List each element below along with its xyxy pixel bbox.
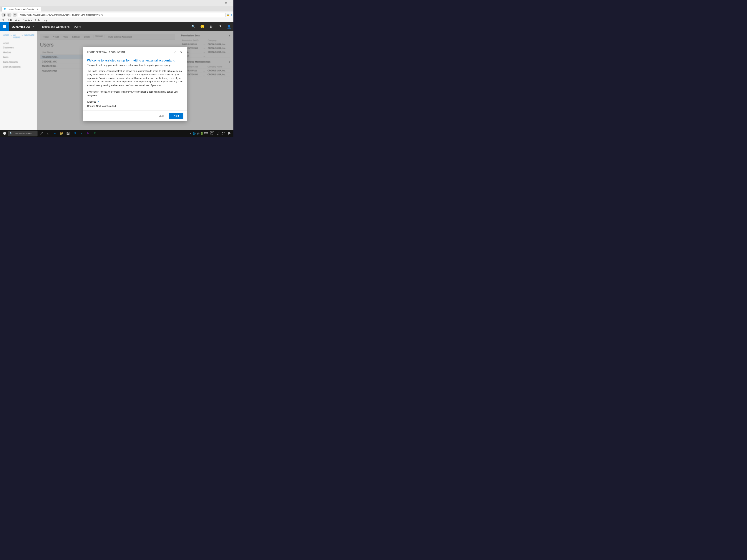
modal: INVITE EXTERNAL ACCOUNTANT ⤢ ✕ Welcome t… <box>83 47 187 121</box>
menu-bar: File Edit View Favorites Tools Help <box>0 18 233 22</box>
forward-button[interactable]: ▶ <box>7 12 11 17</box>
modal-header-buttons: ⤢ ✕ <box>173 50 183 54</box>
refresh-button[interactable]: ↻ <box>12 12 17 17</box>
browser-window: — □ ✕ 🌐 Users - Finance and Operatio... … <box>0 0 233 137</box>
top-nav: Dynamics 365 ▾ Finance and Operations Us… <box>0 22 233 31</box>
sidebar-item-bank-accounts[interactable]: Bank Accounts <box>0 60 37 64</box>
search-nav-button[interactable]: 🔍 <box>189 22 198 31</box>
minimize-button[interactable]: — <box>220 1 223 4</box>
svg-rect-6 <box>3 27 4 28</box>
taskbar-search-field[interactable]: 🔍 Type here to search <box>8 131 38 136</box>
navigate-link[interactable]: NAVIGATE <box>24 34 34 38</box>
modal-description-2: By clicking 'I Accept', you consent to s… <box>87 90 183 97</box>
file-menu[interactable]: File <box>1 19 5 22</box>
modal-welcome-subtitle: This guide will help you invite an exter… <box>87 64 183 66</box>
brand-text: Dynamics 365 <box>12 25 30 28</box>
content-wrapper: HOME > All USERS > NAVIGATE HOME Custome… <box>0 31 233 137</box>
lock-icon: 🔒 <box>227 14 229 16</box>
modal-close-button[interactable]: ✕ <box>179 50 183 54</box>
search-icon: ⚪ <box>1 130 7 136</box>
settings-nav-button[interactable]: ⚙ <box>207 22 216 31</box>
tab-bar: 🌐 Users - Finance and Operatio... ✕ <box>0 6 233 11</box>
tab-close-icon[interactable]: ✕ <box>37 8 38 10</box>
sidebar-item-vendors[interactable]: Vendors <box>0 50 37 55</box>
accept-row: I Accept ✔ <box>87 100 183 103</box>
tools-menu[interactable]: Tools <box>35 19 40 22</box>
users-office-link[interactable]: All USERS <box>13 34 20 38</box>
modal-description-1: This Invite External Accountant feature … <box>87 70 183 87</box>
svg-rect-0 <box>3 25 4 26</box>
modal-header: INVITE EXTERNAL ACCOUNTANT ⤢ ✕ <box>83 47 187 56</box>
modal-welcome-title: Welcome to assisted setup for inviting a… <box>87 59 183 62</box>
home-link[interactable]: HOME <box>3 34 9 38</box>
breadcrumb-nav: HOME > All USERS > NAVIGATE <box>0 33 37 40</box>
svg-rect-8 <box>5 27 6 28</box>
user-nav-button[interactable]: 👤 <box>225 22 233 31</box>
modal-expand-button[interactable]: ⤢ <box>173 50 178 54</box>
svg-rect-2 <box>5 25 6 26</box>
svg-rect-4 <box>4 26 5 27</box>
accept-label: I Accept <box>87 100 96 103</box>
favorites-menu[interactable]: Favorites <box>23 19 32 22</box>
search-icon: 🔍 <box>10 132 12 135</box>
tab-favicon: 🌐 <box>4 8 6 10</box>
smiley-nav-button[interactable]: 🙂 <box>198 22 207 31</box>
brand-chevron-icon: ▾ <box>33 25 34 28</box>
grid-button[interactable] <box>0 22 9 31</box>
next-hint-text: Choose Next to get started. <box>87 105 183 107</box>
help-menu[interactable]: Help <box>43 19 47 22</box>
modal-footer: Back Next <box>83 110 187 121</box>
svg-rect-1 <box>4 25 5 26</box>
back-button[interactable]: ◀ <box>1 12 6 17</box>
address-input[interactable] <box>18 12 226 17</box>
d365-app: Dynamics 365 ▾ Finance and Operations Us… <box>0 22 233 137</box>
search-text: Type here to search <box>14 132 31 134</box>
nav-section: Users <box>73 25 82 28</box>
brand[interactable]: Dynamics 365 ▾ <box>9 25 37 28</box>
browser-tab[interactable]: 🌐 Users - Finance and Operatio... ✕ <box>1 7 41 11</box>
sidebar-section-label: HOME <box>0 42 37 45</box>
edit-menu[interactable]: Edit <box>8 19 12 22</box>
close-button[interactable]: ✕ <box>229 1 232 4</box>
apps-icon <box>3 25 6 28</box>
next-button[interactable]: Next <box>169 113 183 119</box>
svg-rect-7 <box>4 27 5 28</box>
sidebar: HOME > All USERS > NAVIGATE HOME Custome… <box>0 31 37 137</box>
sidebar-item-customers[interactable]: Customers <box>0 45 37 50</box>
sidebar-item-items[interactable]: Items <box>0 55 37 60</box>
view-menu[interactable]: View <box>15 19 20 22</box>
accept-checkbox[interactable]: ✔ <box>97 100 100 103</box>
tab-label: Users - Finance and Operatio... <box>7 8 36 10</box>
back-button[interactable]: Back <box>155 113 168 119</box>
title-bar: — □ ✕ <box>0 0 233 6</box>
address-bar: ◀ ▶ ↻ 🔒 e <box>0 11 233 18</box>
app-name: Finance and Operations <box>37 25 73 28</box>
modal-body: Welcome to assisted setup for inviting a… <box>83 56 187 110</box>
svg-rect-3 <box>3 26 4 27</box>
svg-rect-5 <box>5 26 6 27</box>
modal-title: INVITE EXTERNAL ACCOUNTANT <box>87 51 125 54</box>
help-nav-button[interactable]: ? <box>216 22 225 31</box>
browser-ie-icon: e <box>230 14 232 16</box>
main-area: + New ✎ Edit View Edit List <box>37 31 233 137</box>
maximize-button[interactable]: □ <box>225 1 228 4</box>
sidebar-item-chart[interactable]: Chart of Accounts <box>0 64 37 69</box>
modal-overlay: INVITE EXTERNAL ACCOUNTANT ⤢ ✕ Welcome t… <box>37 31 233 137</box>
